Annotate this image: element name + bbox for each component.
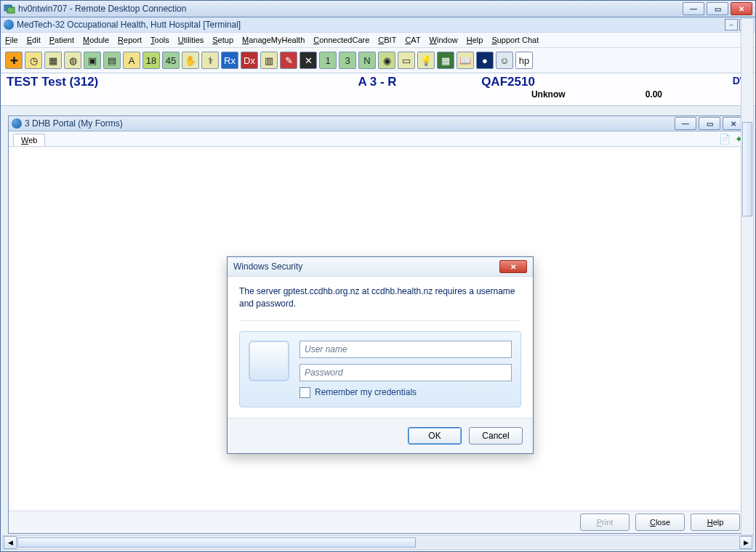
menu-help[interactable]: Help [467, 36, 483, 44]
banner-subrow: Unknow 0.00 P [531, 89, 748, 100]
portal-footer: Print Close Help [9, 511, 747, 533]
rdc-window: hv0ntwin707 - Remote Desktop Connection … [0, 0, 756, 552]
syringe-icon[interactable]: ⚕ [201, 52, 219, 69]
dialog-footer: OK Cancel [228, 418, 533, 453]
menu-support chat[interactable]: Support Chat [491, 36, 539, 44]
menu-module[interactable]: Module [83, 36, 109, 44]
svg-rect-1 [7, 7, 15, 13]
menu-patient[interactable]: Patient [49, 36, 74, 44]
scroll-right-icon[interactable]: ▶ [739, 536, 752, 549]
scroll-thumb[interactable] [17, 537, 416, 548]
rdc-window-controls: — ▭ ✕ [683, 2, 752, 15]
menu-managemyhealth[interactable]: ManageMyHealth [242, 36, 305, 44]
hand-icon[interactable]: ✋ [182, 52, 199, 69]
banner-right: DW [574, 75, 749, 86]
calendar-icon[interactable]: ▦ [44, 52, 62, 69]
password-input[interactable]: Password [299, 364, 512, 381]
menu-cat[interactable]: CAT [405, 36, 420, 44]
banner-balance: 0.00 [646, 89, 662, 100]
minimize-button[interactable]: — [683, 2, 704, 15]
avatar-icon [249, 341, 289, 381]
app-minimize-button[interactable]: – [725, 19, 738, 31]
rdc-titlebar: hv0ntwin707 - Remote Desktop Connection … [1, 1, 755, 17]
patient-name: TEST Test (312) [7, 75, 312, 89]
menu-connectedcare[interactable]: ConnectedCare [313, 36, 369, 44]
windows-security-dialog: Windows Security ✕ The server gptest.ccd… [227, 256, 534, 454]
portal-maximize-button[interactable]: ▭ [699, 117, 720, 130]
tools-icon[interactable]: ✕ [299, 52, 317, 69]
menu-report[interactable]: Report [118, 36, 142, 44]
cancel-button[interactable]: Cancel [469, 427, 523, 445]
remember-label: Remember my credentials [315, 387, 417, 397]
print-button[interactable]: Print [580, 514, 630, 531]
patient-code: QAF2510 [443, 75, 574, 89]
app-titlebar: MedTech-32 Occupational Health, Hutt Hos… [1, 17, 755, 33]
rdc-title-text: hv0ntwin707 - Remote Desktop Connection [18, 4, 683, 14]
dx-icon[interactable]: Dx [241, 52, 258, 69]
app-icon [4, 20, 14, 30]
scroll-left-icon[interactable]: ◀ [4, 536, 17, 549]
menu-cbit[interactable]: CBIT [378, 36, 396, 44]
patient-room: A 3 - R [312, 75, 443, 89]
calc-icon[interactable]: ▦ [437, 52, 454, 69]
folder2-icon[interactable]: ▤ [103, 52, 121, 69]
tab-web[interactable]: Web [13, 134, 45, 146]
menu-window[interactable]: Window [430, 36, 458, 44]
a18-icon[interactable]: 18 [142, 52, 160, 69]
hp-icon[interactable]: hp [515, 52, 533, 69]
vertical-scrollbar[interactable] [741, 18, 754, 535]
new-icon[interactable]: N [358, 52, 376, 69]
clock-icon[interactable]: ◷ [25, 52, 42, 69]
book-icon[interactable]: 📖 [457, 52, 474, 69]
portal-body: Windows Security ✕ The server gptest.ccd… [9, 147, 747, 511]
globe-icon[interactable]: ● [476, 52, 494, 69]
fortyfive-icon[interactable]: 45 [162, 52, 180, 69]
menu-edit[interactable]: Edit [27, 36, 41, 44]
bulb-icon[interactable]: 💡 [417, 52, 435, 69]
pencil-icon[interactable]: ✎ [280, 52, 297, 69]
help-button[interactable]: Help [691, 514, 740, 531]
window-icon[interactable]: ▭ [398, 52, 415, 69]
dialog-title-text: Windows Security [233, 261, 302, 272]
portal-minimize-button[interactable]: — [675, 117, 696, 130]
portal-tabbar: Web 📄 ✦ [9, 131, 747, 147]
person-icon[interactable]: ☺ [496, 52, 513, 69]
portal-icon [12, 118, 22, 129]
chart-icon[interactable]: ▥ [260, 52, 278, 69]
menu-file[interactable]: File [5, 36, 18, 44]
portal-titlebar: 3 DHB Portal (My Forms) — ▭ ✕ [9, 116, 747, 131]
rx-icon[interactable]: Rx [221, 52, 238, 69]
dialog-message: The server gptest.ccdhb.org.nz at ccdhb.… [239, 285, 521, 310]
rugby-icon[interactable]: ◍ [64, 52, 81, 69]
gauge-icon[interactable]: ◉ [378, 52, 395, 69]
menu-tools[interactable]: Tools [150, 36, 169, 44]
menubar: FileEditPatientModuleReportToolsUtilitie… [1, 33, 755, 48]
folder1-icon[interactable]: ▣ [84, 52, 101, 69]
health-icon[interactable]: ✚ [5, 52, 23, 69]
page-icon[interactable]: 📄 [719, 134, 731, 145]
footer-close-button[interactable]: Close [635, 514, 685, 531]
app-title-text: MedTech-32 Occupational Health, Hutt Hos… [17, 20, 723, 30]
close-button[interactable]: ✕ [731, 2, 752, 15]
ok-button[interactable]: OK [408, 427, 462, 445]
banner-unknown: Unknow [531, 89, 566, 100]
credentials-box: User name Password Remember my credentia… [239, 331, 521, 407]
username-input[interactable]: User name [299, 341, 512, 358]
maximize-button[interactable]: ▭ [707, 2, 728, 15]
dialog-close-button[interactable]: ✕ [499, 260, 527, 273]
horizontal-scrollbar[interactable]: ◀ ▶ [2, 535, 754, 550]
one-icon[interactable]: 1 [319, 52, 337, 69]
remember-row: Remember my credentials [299, 387, 512, 398]
acc-icon[interactable]: A [123, 52, 140, 69]
portal-title-text: 3 DHB Portal (My Forms) [25, 118, 675, 129]
dialog-titlebar: Windows Security ✕ [228, 257, 533, 277]
portal-subwindow: 3 DHB Portal (My Forms) — ▭ ✕ Web 📄 ✦ Wi… [8, 115, 748, 534]
toolbar: ✚◷▦◍▣▤A1845✋⚕RxDx▥✎✕13N◉▭💡▦📖●☺hp [1, 48, 755, 73]
dialog-body: The server gptest.ccdhb.org.nz at ccdhb.… [228, 277, 533, 407]
remember-checkbox[interactable] [299, 387, 310, 398]
menu-setup[interactable]: Setup [212, 36, 233, 44]
three-icon[interactable]: 3 [339, 52, 356, 69]
menu-utilities[interactable]: Utilities [178, 36, 204, 44]
rdc-icon [4, 3, 15, 15]
